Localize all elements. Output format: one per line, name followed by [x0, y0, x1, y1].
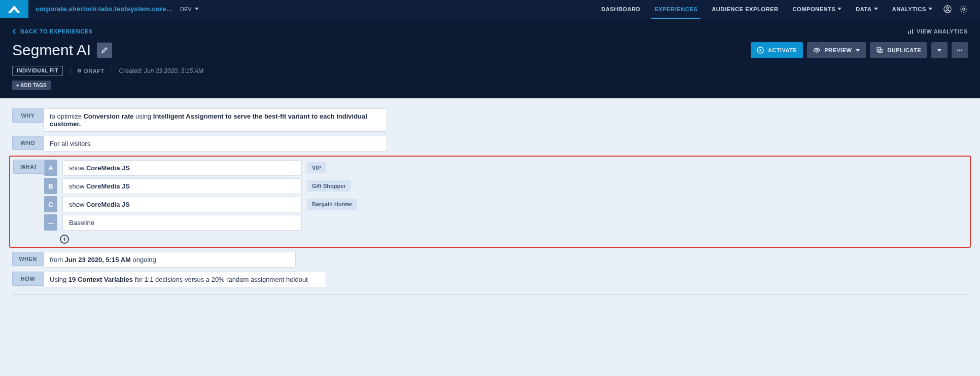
activate-label: ACTIVATE [768, 47, 797, 53]
environment-selector[interactable]: DEV [180, 6, 199, 12]
variant-body[interactable]: show CoreMedia JS [62, 160, 302, 176]
variant-c: C show CoreMedia JS Bargain Hunter [44, 196, 357, 212]
variant-badge: — [44, 214, 57, 231]
svg-point-10 [957, 50, 959, 51]
back-to-experiences-link[interactable]: BACK TO EXPERIENCES [12, 28, 93, 34]
environment-label: DEV [180, 6, 192, 12]
how-label: HOW [12, 272, 44, 286]
add-tags-button[interactable]: + ADD TAGS [12, 81, 51, 90]
when-row: WHEN from Jun 23 2020, 5:15 AM ongoing [12, 252, 968, 268]
status-indicator: DRAFT [78, 68, 104, 74]
what-highlight-region: WHAT A show CoreMedia JS VIP B show Core… [9, 156, 971, 248]
why-body[interactable]: to optimize Conversion rate using Intell… [43, 108, 387, 132]
page-title: Segment AI [12, 42, 91, 59]
svg-rect-3 [908, 31, 909, 34]
divider [112, 67, 112, 74]
chevron-down-icon [837, 8, 842, 10]
variant-badge: B [44, 178, 57, 194]
nav-experiences[interactable]: EXPERIENCES [647, 0, 705, 18]
how-body[interactable]: Using 19 Context Variables for 1:1 decis… [43, 272, 326, 287]
when-body[interactable]: from Jun 23 2020, 5:15 AM ongoing [43, 252, 296, 268]
who-body[interactable]: For all visitors [43, 136, 387, 152]
more-actions-button[interactable] [952, 42, 968, 58]
why-row: WHY to optimize Conversion rate using In… [12, 108, 968, 132]
nav-dashboard[interactable]: DASHBOARD [594, 0, 648, 18]
chevron-down-icon [937, 49, 941, 52]
user-icon[interactable] [939, 0, 956, 18]
chevron-down-icon [195, 8, 199, 10]
variant-badge: A [44, 160, 57, 176]
divider [70, 67, 71, 74]
how-row: HOW Using 19 Context Variables for 1:1 d… [12, 272, 968, 287]
who-label: WHO [12, 136, 44, 150]
add-variant-row: + [10, 235, 970, 244]
add-variant-button[interactable]: + [60, 235, 69, 244]
variant-body[interactable]: Baseline [62, 215, 302, 231]
created-timestamp: Created: Jun 23 2020, 5:15 AM [119, 67, 203, 74]
svg-point-7 [816, 49, 818, 51]
nav-audience-explorer[interactable]: AUDIENCE EXPLORER [705, 0, 785, 18]
nav-data[interactable]: DATA [849, 0, 885, 18]
edit-title-button[interactable] [97, 43, 112, 58]
top-nav: corporate.sherlock-labs.testsystem.core…… [0, 0, 980, 18]
variants-list: A show CoreMedia JS VIP B show CoreMedia… [44, 160, 357, 231]
when-label: WHEN [12, 252, 44, 266]
variant-badge: C [44, 196, 57, 212]
what-label: WHAT [13, 160, 45, 174]
svg-rect-5 [912, 29, 913, 34]
why-label: WHY [12, 108, 44, 123]
duplicate-label: DUPLICATE [887, 47, 921, 53]
status-label: DRAFT [84, 68, 104, 74]
chevron-down-icon [874, 8, 878, 10]
nav-components[interactable]: COMPONENTS [785, 0, 849, 18]
page-header: BACK TO EXPERIENCES VIEW ANALYTICS Segme… [0, 18, 980, 98]
what-row: WHAT A show CoreMedia JS VIP B show Core… [10, 160, 970, 231]
chevron-down-icon [856, 49, 860, 52]
gear-icon[interactable] [956, 0, 972, 18]
segment-tag[interactable]: VIP [307, 162, 326, 173]
rules-panel: WHY to optimize Conversion rate using In… [0, 98, 980, 305]
preview-button[interactable]: PREVIEW [807, 42, 866, 58]
segment-tag[interactable]: Bargain Hunter [307, 199, 357, 210]
duplicate-button[interactable]: DUPLICATE [870, 42, 927, 58]
brand-logo[interactable] [0, 0, 28, 18]
section-divider [12, 294, 968, 295]
variant-baseline: — Baseline [44, 214, 357, 231]
chevron-down-icon [928, 8, 932, 10]
svg-point-1 [947, 7, 949, 9]
status-dot-icon [78, 69, 81, 72]
type-badge: INDIVIDUAL FIT [12, 66, 63, 76]
svg-point-2 [963, 8, 965, 10]
variant-body[interactable]: show CoreMedia JS [62, 197, 302, 212]
activate-button[interactable]: ACTIVATE [751, 42, 803, 58]
svg-rect-4 [910, 30, 911, 34]
svg-point-12 [961, 50, 963, 51]
variant-body[interactable]: show CoreMedia JS [62, 178, 302, 194]
duplicate-dropdown[interactable] [931, 42, 948, 58]
view-analytics-link[interactable]: VIEW ANALYTICS [907, 28, 968, 34]
variant-a: A show CoreMedia JS VIP [44, 160, 357, 176]
back-label: BACK TO EXPERIENCES [20, 28, 93, 34]
nav-analytics[interactable]: ANALYTICS [885, 0, 939, 18]
segment-tag[interactable]: Gift Shopper [307, 180, 351, 192]
analytics-label: VIEW ANALYTICS [917, 28, 968, 34]
who-row: WHO For all visitors [12, 136, 968, 152]
variant-b: B show CoreMedia JS Gift Shopper [44, 178, 357, 194]
svg-point-11 [959, 50, 961, 51]
account-name[interactable]: corporate.sherlock-labs.testsystem.core… [36, 5, 173, 13]
preview-label: PREVIEW [824, 47, 852, 53]
